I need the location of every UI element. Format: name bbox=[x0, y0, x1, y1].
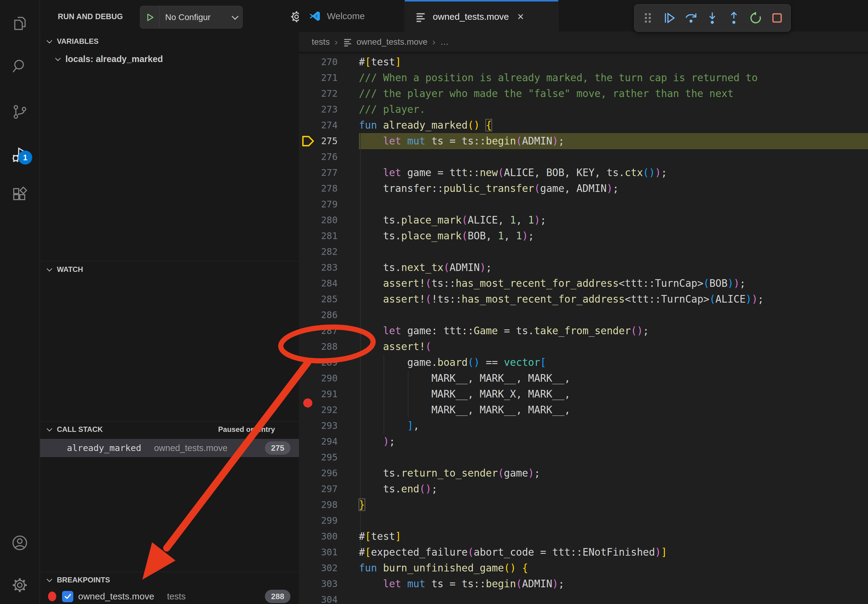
code-line[interactable]: let mut ts = ts::begin(ADMIN); bbox=[359, 576, 764, 592]
code-line[interactable]: #[test] bbox=[359, 528, 764, 544]
code-line[interactable]: let game: ttt::Game = ts.take_from_sende… bbox=[359, 323, 764, 339]
line-number[interactable]: 299 bbox=[299, 513, 338, 528]
line-number[interactable]: 287 bbox=[299, 323, 338, 339]
code-line[interactable]: ts.place_mark(BOB, 1, 1); bbox=[359, 228, 764, 244]
line-number[interactable]: 282 bbox=[299, 244, 338, 260]
code-line[interactable] bbox=[359, 307, 764, 323]
line-number[interactable]: 298 bbox=[299, 497, 338, 513]
line-number[interactable]: 301 bbox=[299, 544, 338, 560]
line-number[interactable]: 304 bbox=[299, 592, 338, 604]
line-number[interactable]: 295 bbox=[299, 449, 338, 465]
line-number[interactable]: 283 bbox=[299, 260, 338, 276]
code-line[interactable] bbox=[359, 449, 764, 465]
code-line[interactable]: let game = ttt::new(ALICE, BOB, KEY, ts.… bbox=[359, 165, 764, 181]
line-number[interactable]: 274 bbox=[299, 118, 338, 133]
line-number[interactable]: 290 bbox=[299, 370, 338, 386]
launch-config-dropdown[interactable]: No Configur bbox=[140, 6, 243, 29]
code-line[interactable]: assert!(ts::has_most_recent_for_address<… bbox=[359, 276, 764, 291]
line-number[interactable]: 270 bbox=[299, 54, 338, 70]
code-line[interactable]: fun already_marked() { bbox=[359, 118, 764, 133]
locals-label: locals: already_marked bbox=[65, 54, 163, 64]
section-variables[interactable]: VARIABLES bbox=[47, 37, 99, 46]
start-debug-icon[interactable] bbox=[140, 6, 160, 28]
source-control-icon[interactable] bbox=[11, 104, 28, 121]
line-number[interactable]: 279 bbox=[299, 197, 338, 212]
call-stack-frame-row[interactable]: already_marked owned_tests.move 275 bbox=[40, 439, 299, 457]
explorer-icon[interactable] bbox=[11, 15, 28, 32]
code-line[interactable]: MARK__, MARK__, MARK__, bbox=[359, 402, 764, 418]
code-line[interactable]: ts.next_tx(ADMIN); bbox=[359, 260, 764, 276]
code-line[interactable]: MARK__, MARK__, MARK__, bbox=[359, 370, 764, 386]
line-number[interactable]: 272 bbox=[299, 86, 338, 102]
code-line[interactable]: assert!(!ts::has_most_recent_for_address… bbox=[359, 291, 764, 307]
close-icon[interactable]: × bbox=[517, 11, 524, 22]
line-number[interactable]: 303 bbox=[299, 576, 338, 592]
line-number[interactable]: 302 bbox=[299, 560, 338, 576]
variables-scope-locals[interactable]: locals: already_marked bbox=[56, 54, 163, 64]
line-number[interactable]: 276 bbox=[299, 149, 338, 165]
line-number[interactable]: 284 bbox=[299, 276, 338, 291]
code-line[interactable]: ); bbox=[359, 434, 764, 449]
code-line[interactable]: fun burn_unfinished_game() { bbox=[359, 560, 764, 576]
section-breakpoints[interactable]: BREAKPOINTS bbox=[47, 576, 110, 584]
search-icon[interactable] bbox=[11, 57, 28, 74]
code-line[interactable]: ts.end(); bbox=[359, 481, 764, 497]
line-number[interactable]: 273 bbox=[299, 102, 338, 118]
section-call-stack[interactable]: CALL STACK Paused on entry bbox=[47, 425, 285, 434]
code-content[interactable]: #[test]/// When a position is already ma… bbox=[359, 54, 764, 604]
code-line[interactable]: #[expected_failure(abort_code = ttt::ENo… bbox=[359, 544, 764, 560]
code-line[interactable] bbox=[359, 592, 764, 604]
line-number[interactable]: 277 bbox=[299, 165, 338, 181]
code-line[interactable]: ts.return_to_sender(game); bbox=[359, 465, 764, 481]
code-line[interactable] bbox=[359, 244, 764, 260]
line-number[interactable]: 281 bbox=[299, 228, 338, 244]
line-number[interactable]: 296 bbox=[299, 465, 338, 481]
section-watch[interactable]: WATCH bbox=[47, 265, 83, 274]
code-line[interactable]: MARK__, MARK_X, MARK__, bbox=[359, 386, 764, 402]
code-line[interactable] bbox=[359, 513, 764, 528]
restart-button[interactable] bbox=[747, 10, 763, 26]
line-number[interactable]: 300 bbox=[299, 528, 338, 544]
step-into-button[interactable] bbox=[704, 10, 720, 26]
code-line[interactable]: #[test] bbox=[359, 54, 764, 70]
line-number[interactable]: 294 bbox=[299, 434, 338, 449]
code-line[interactable]: /// When a position is already marked, t… bbox=[359, 70, 764, 86]
breadcrumb-item[interactable]: owned_tests.move bbox=[356, 37, 427, 47]
account-icon[interactable] bbox=[11, 534, 28, 551]
tab-welcome[interactable]: Welcome bbox=[299, 0, 405, 32]
line-number[interactable]: 278 bbox=[299, 181, 338, 197]
code-line[interactable]: ], bbox=[359, 418, 764, 434]
breakpoint-checkbox[interactable] bbox=[62, 591, 73, 602]
line-number[interactable]: 289 bbox=[299, 355, 338, 370]
code-line[interactable]: let mut ts = ts::begin(ADMIN); bbox=[359, 133, 764, 149]
settings-gear-icon[interactable] bbox=[11, 577, 28, 594]
line-number[interactable]: 285 bbox=[299, 291, 338, 307]
line-number[interactable]: 297 bbox=[299, 481, 338, 497]
code-line[interactable] bbox=[359, 197, 764, 212]
code-line[interactable]: transfer::public_transfer(game, ADMIN); bbox=[359, 181, 764, 197]
line-number[interactable]: 286 bbox=[299, 307, 338, 323]
tab-owned-tests-move[interactable]: owned_tests.move × bbox=[405, 0, 558, 32]
breadcrumb-item[interactable]: tests bbox=[312, 37, 330, 47]
code-line[interactable]: /// player. bbox=[359, 102, 764, 118]
toolbar-drag-grip[interactable] bbox=[640, 10, 656, 26]
stop-button[interactable] bbox=[769, 10, 785, 26]
line-number[interactable]: 288 bbox=[299, 339, 338, 355]
extensions-icon[interactable] bbox=[11, 186, 28, 203]
code-line[interactable]: assert!( bbox=[359, 339, 764, 355]
line-number[interactable]: 271 bbox=[299, 70, 338, 86]
code-line[interactable]: ts.place_mark(ALICE, 1, 1); bbox=[359, 212, 764, 228]
breadcrumb-item[interactable]: … bbox=[440, 37, 449, 47]
code-line[interactable]: /// the player who made the "false" move… bbox=[359, 86, 764, 102]
code-line[interactable] bbox=[359, 149, 764, 165]
breakpoint-row[interactable]: owned_tests.move tests 288 bbox=[40, 589, 299, 604]
code-area: 2702712722732742752762772782792802812822… bbox=[299, 52, 868, 604]
code-line[interactable]: game.board() == vector[ bbox=[359, 355, 764, 370]
code-line[interactable]: } bbox=[359, 497, 764, 513]
step-out-button[interactable] bbox=[726, 10, 742, 26]
continue-button[interactable] bbox=[662, 10, 677, 26]
step-over-button[interactable] bbox=[683, 10, 699, 26]
breakpoint-glyph-icon[interactable] bbox=[303, 398, 312, 407]
line-number[interactable]: 293 bbox=[299, 418, 338, 434]
line-number[interactable]: 280 bbox=[299, 212, 338, 228]
